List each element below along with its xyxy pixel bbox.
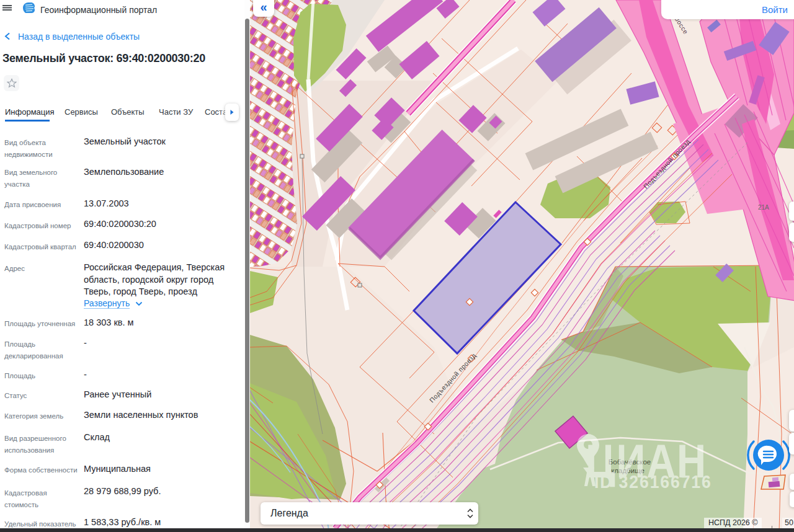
svg-text:21А: 21А [758, 204, 769, 211]
svg-text:ID 326166716: ID 326166716 [594, 472, 712, 492]
